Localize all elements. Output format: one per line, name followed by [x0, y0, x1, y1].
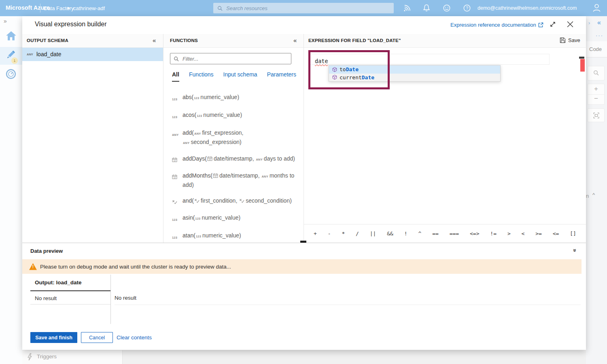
type-icon-date: 12 [172, 174, 177, 179]
operator-button[interactable]: != [490, 231, 497, 237]
cancel-button[interactable]: Cancel [81, 332, 113, 343]
feedback-smiley-icon[interactable] [442, 4, 451, 13]
functions-panel-header: FUNCTIONS « [163, 34, 304, 48]
svg-text:?: ? [466, 6, 468, 11]
preview-column-header: Output: load_date [35, 279, 82, 286]
function-item-add[interactable]: ANYadd(ANYfirst_expression, ANYsecond_ex… [172, 129, 298, 147]
function-item-addMonths[interactable]: 12addMonths(12date/timestamp, ANYmonths … [172, 171, 298, 189]
breadcrumb-factory[interactable]: cathrinew-adf [73, 5, 105, 11]
save-floppy-icon [560, 37, 566, 43]
more-options-icon[interactable]: ··· [596, 32, 603, 38]
operator-button[interactable]: ! [404, 231, 407, 237]
operator-button[interactable]: <= [553, 231, 559, 237]
expression-panel-header: EXPRESSION FOR FIELD "LOAD_DATE" [304, 34, 586, 48]
operator-button[interactable]: ^ [418, 231, 421, 237]
type-icon-any: ANY [172, 133, 178, 137]
expression-save-button[interactable]: Save [560, 37, 580, 43]
output-schema-header-label: OUTPUT SCHEMA [27, 38, 68, 43]
clear-contents-link[interactable]: Clear contents [117, 334, 152, 341]
function-item-and[interactable]: and(first_condition, second_condition) [172, 197, 298, 206]
operator-button[interactable]: && [387, 231, 393, 237]
preview-side-cell: No result [115, 295, 136, 301]
type-icon-number: 123 [197, 114, 202, 118]
tab-functions[interactable]: Functions [189, 71, 214, 82]
help-icon[interactable]: ? [463, 4, 471, 13]
search-icon [217, 5, 223, 13]
tab-all[interactable]: All [172, 71, 179, 82]
minimap-text-marker [579, 57, 584, 59]
operator-button[interactable]: / [356, 231, 359, 237]
operator-button[interactable]: [] [570, 231, 576, 237]
functions-tabs: All Functions Input schema Parameters [172, 71, 296, 82]
column-divider [163, 34, 163, 243]
caret-up-icon[interactable]: ^ [592, 192, 595, 198]
account-email[interactable]: demo@cathrinewilhelmsen.onmicrosoft.com [478, 5, 577, 11]
operator-button[interactable]: + [314, 231, 317, 237]
home-icon [6, 31, 17, 42]
zoom-out-icon[interactable]: − [588, 95, 604, 105]
expression-header-label: EXPRESSION FOR FIELD "LOAD_DATE" [308, 38, 401, 43]
svg-text:12: 12 [174, 159, 176, 162]
close-dialog-icon[interactable] [567, 21, 573, 29]
monitor-gauge-icon [6, 69, 16, 81]
collapse-output-schema-icon[interactable]: « [153, 37, 156, 44]
operator-toolbar: +-*/||&&!^=====<=>!=><>=<=[] [304, 224, 586, 242]
canvas-zoom-control[interactable]: + − [588, 84, 605, 105]
svg-text:12: 12 [174, 176, 176, 179]
triggers-label[interactable]: Triggers [37, 353, 57, 360]
function-item-asin[interactable]: 123asin(123numeric_value) [172, 214, 298, 224]
operator-button[interactable]: || [370, 231, 376, 237]
suggestion-toDate[interactable]: toDate [329, 66, 500, 74]
tab-parameters[interactable]: Parameters [267, 71, 296, 82]
operator-button[interactable]: <=> [470, 231, 479, 237]
save-and-finish-button[interactable]: Save and finish [30, 332, 77, 343]
zoom-to-fit-button[interactable] [588, 108, 605, 122]
operator-button[interactable]: === [450, 231, 459, 237]
tab-input-schema[interactable]: Input schema [223, 71, 257, 82]
operator-button[interactable]: < [522, 231, 525, 237]
operator-button[interactable]: == [432, 231, 439, 237]
canvas-search-button[interactable] [588, 66, 605, 80]
sidebar-expand-icon[interactable]: » [4, 18, 7, 24]
preview-cell-rule [30, 304, 110, 305]
sidebar-item-author[interactable]: 1 [0, 47, 22, 65]
notifications-bell-icon[interactable] [422, 4, 431, 13]
chevron-right-icon[interactable]: › [588, 20, 590, 26]
zoom-in-icon[interactable]: + [588, 84, 604, 95]
canvas-search-icon [593, 70, 599, 76]
sidebar-item-home[interactable] [0, 28, 22, 45]
operator-button[interactable]: > [507, 231, 511, 237]
debug-warning-banner: ! Please turn on debug mode and wait unt… [22, 259, 582, 274]
search-input[interactable] [213, 3, 394, 13]
collapse-functions-icon[interactable]: « [293, 37, 297, 44]
azure-brand: Microsoft Azure [6, 4, 50, 11]
sidebar-item-monitor[interactable] [0, 66, 22, 83]
expression-reference-doc-link[interactable]: Expression reference documentation [450, 22, 543, 28]
function-item-abs[interactable]: 123abs(123numeric_value) [172, 93, 298, 104]
column-divider [304, 34, 304, 243]
expression-code-text[interactable]: date [315, 58, 328, 64]
error-overview-marker [580, 59, 585, 72]
expand-dialog-icon[interactable] [550, 21, 556, 29]
operator-button[interactable]: >= [535, 231, 542, 237]
suggestion-currentDate[interactable]: currentDate [329, 74, 500, 82]
collapse-preview-icon[interactable]: » [572, 249, 578, 252]
type-icon-number: 123 [196, 235, 201, 238]
function-item-addDays[interactable]: 12addDays(12date/timestamp, ANYdays to a… [172, 154, 298, 164]
code-tab[interactable]: Code [586, 41, 607, 57]
operator-button[interactable]: * [342, 231, 345, 237]
azure-topbar: Microsoft Azure Data Factory ▶ cathrinew… [0, 0, 607, 16]
type-icon-any: ANY [183, 141, 189, 145]
type-icon-boolean [239, 199, 244, 203]
scrollbar-thumb[interactable] [300, 241, 306, 243]
collapse-panel-icon[interactable]: « [597, 19, 601, 26]
signal-icon[interactable] [403, 4, 412, 13]
account-avatar-icon[interactable] [592, 3, 601, 12]
schema-row-load-date[interactable]: ANY load_date [22, 48, 163, 61]
functions-filter-input[interactable] [170, 53, 291, 64]
output-schema-panel-header: OUTPUT SCHEMA « [22, 34, 163, 48]
function-item-acos[interactable]: 123acos(123numeric_value) [172, 111, 298, 121]
operator-button[interactable]: - [328, 231, 331, 237]
code-tab-label: Code [589, 46, 602, 52]
function-item-atan[interactable]: 123atan(123numeric_value) [172, 231, 298, 242]
